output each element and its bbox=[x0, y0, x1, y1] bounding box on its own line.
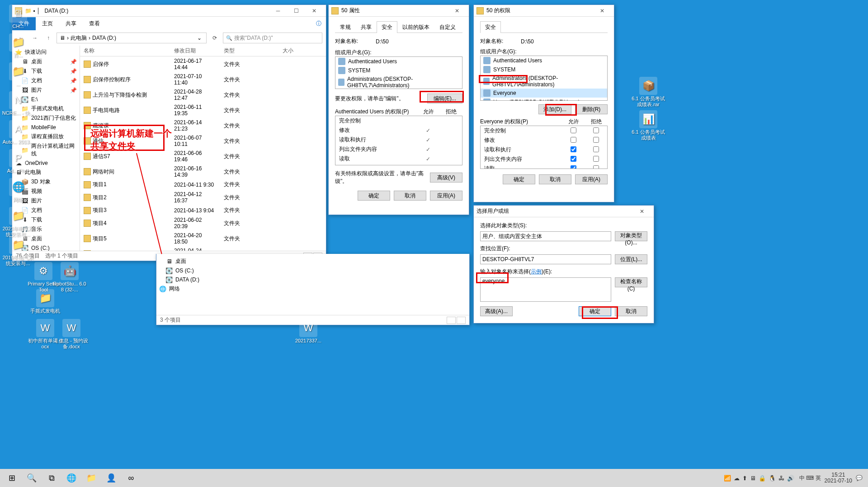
groups-listbox[interactable]: Authenticated UsersSYSTEMAdministrators … bbox=[335, 56, 462, 89]
up-button[interactable]: ↑ bbox=[43, 33, 54, 43]
file-row[interactable]: 项目12021-04-11 9:30文件夹 bbox=[80, 179, 326, 190]
desktop-icon[interactable]: W1 信息 - 预约设备.docx bbox=[54, 319, 89, 350]
taskbar-app-1[interactable]: 👤 bbox=[101, 469, 121, 487]
ime-indicator[interactable]: 中 ⌨ 英 bbox=[799, 474, 821, 482]
permission-row[interactable]: 列出文件夹内容 bbox=[481, 155, 607, 164]
minimize-button[interactable]: ─ bbox=[269, 5, 287, 16]
cancel-button[interactable]: 取消 bbox=[615, 306, 647, 316]
titlebar[interactable]: 📁 ▪ │ DATA (D:) ─ ☐ ✕ bbox=[12, 5, 326, 17]
list-item[interactable]: SYSTEM bbox=[481, 65, 607, 74]
desktop-icon[interactable]: 📁... bbox=[1, 62, 35, 87]
notification-button[interactable]: 💬 bbox=[856, 475, 863, 481]
permission-row[interactable]: 读取和执行 bbox=[481, 145, 607, 155]
permission-row[interactable]: 修改 bbox=[481, 136, 607, 145]
apply-button[interactable]: 应用(A) bbox=[575, 174, 608, 184]
sidebar-item[interactable]: 💽DATA (D:) bbox=[156, 275, 469, 284]
file-row[interactable]: 手电筒电路2021-06-11 19:35文件夹 bbox=[80, 103, 326, 118]
remove-button[interactable]: 删除(R) bbox=[575, 104, 608, 114]
tab[interactable]: 自定义 bbox=[434, 21, 461, 33]
taskbar-explorer[interactable]: 📁 bbox=[81, 469, 101, 487]
file-row[interactable]: 项目52021-04-20 18:50文件夹 bbox=[80, 231, 326, 246]
sidebar-item[interactable]: 🌐网络 bbox=[156, 284, 469, 294]
ok-button[interactable]: 确定 bbox=[358, 191, 390, 201]
tab[interactable]: 常规 bbox=[335, 21, 356, 33]
ok-button[interactable]: 确定 bbox=[503, 174, 535, 184]
apply-button[interactable]: 应用(A) bbox=[430, 191, 462, 201]
taskbar-edge[interactable]: 🌐 bbox=[61, 469, 81, 487]
advanced-button[interactable]: 高级(A)... bbox=[480, 306, 513, 316]
advanced-button[interactable]: 高级(V) bbox=[430, 173, 462, 183]
search-button[interactable]: 🔍 bbox=[22, 469, 42, 487]
desktop-icon[interactable]: AAuto... 2013... bbox=[1, 120, 35, 145]
list-item[interactable]: SYSTEM bbox=[335, 66, 462, 75]
file-row[interactable]: 启保停2021-06-17 14:44文件夹 bbox=[80, 56, 326, 72]
sidebar-item[interactable]: 🖥桌面 bbox=[156, 257, 469, 266]
file-row[interactable]: 项目32021-04-13 9:04文件夹 bbox=[80, 205, 326, 215]
help-icon[interactable]: ⓘ bbox=[311, 20, 326, 28]
desktop-icon[interactable]: W20217337... bbox=[291, 319, 326, 344]
groups-listbox[interactable]: Authenticated UsersSYSTEMAdministrators … bbox=[480, 56, 608, 101]
list-item[interactable]: Users (DESKTOP-GH8TVL7\Users) bbox=[481, 98, 607, 101]
taskbar-app-2[interactable]: ∞ bbox=[121, 469, 141, 487]
close-button[interactable]: ✕ bbox=[448, 5, 466, 16]
desktop-icon[interactable]: 🌐网络 bbox=[1, 178, 35, 203]
maximize-button[interactable]: ☐ bbox=[287, 5, 305, 16]
tab[interactable]: 共享 bbox=[356, 21, 377, 33]
file-row[interactable]: 疏浚课2021-06-14 21:23文件夹 bbox=[80, 118, 326, 133]
add-button[interactable]: 添加(D)... bbox=[538, 104, 571, 114]
check-names-button[interactable]: 检查名称(C) bbox=[615, 277, 647, 287]
ribbon-tab[interactable]: 主页 bbox=[36, 17, 59, 30]
task-view-button[interactable]: ⧉ bbox=[42, 469, 61, 487]
object-type-button[interactable]: 对象类型(O)... bbox=[615, 231, 647, 241]
file-row[interactable]: 项目22021-04-12 16:37文件夹 bbox=[80, 190, 326, 205]
clock[interactable]: 15:212021-07-10 bbox=[825, 472, 852, 484]
search-input[interactable]: 搜索"DATA (D:)" bbox=[223, 33, 322, 43]
tab[interactable]: 以前的版本 bbox=[397, 21, 434, 33]
close-button[interactable]: ✕ bbox=[633, 206, 651, 217]
list-item[interactable]: Authenticated Users bbox=[335, 57, 462, 66]
refresh-button[interactable]: ⟳ bbox=[209, 33, 220, 43]
tab[interactable]: 安全 bbox=[377, 21, 397, 33]
ribbon-tab[interactable]: 共享 bbox=[59, 17, 83, 30]
desktop-icon[interactable]: 📊6.1 公务员考试成绩表 bbox=[631, 110, 665, 141]
breadcrumb[interactable]: 🖥› 此电脑› DATA (D:) ⌄ bbox=[57, 33, 207, 43]
close-button[interactable]: ✕ bbox=[305, 5, 323, 16]
desktop-icon[interactable]: 📁百... bbox=[1, 33, 35, 58]
ok-button[interactable]: 确定 bbox=[579, 306, 611, 316]
list-item[interactable]: Administrators (DESKTOP-GH8TVL7\Administ… bbox=[481, 74, 607, 89]
column-headers[interactable]: 名称 修改日期 类型 大小 bbox=[80, 46, 326, 56]
ribbon-tab[interactable]: 查看 bbox=[83, 17, 106, 30]
start-button[interactable]: ⊞ bbox=[2, 469, 22, 487]
desktop-icon[interactable]: PAd... Ph... bbox=[1, 149, 35, 174]
desktop-icon[interactable]: 📁2021年电气系统安装与... bbox=[1, 207, 35, 238]
titlebar[interactable]: 50 属性 ✕ bbox=[329, 5, 469, 17]
file-row[interactable]: 启保停控制程序2021-07-10 11:40文件夹 bbox=[80, 72, 326, 87]
desktop-icon[interactable]: 📁手摇式发电机 bbox=[28, 289, 62, 314]
desktop-icon[interactable]: 🤖RobotStu... 6.08 (32-... bbox=[52, 262, 87, 293]
cancel-button[interactable]: 取消 bbox=[539, 174, 571, 184]
titlebar[interactable]: 选择用户或组 ✕ bbox=[474, 206, 654, 217]
object-name-input[interactable] bbox=[480, 277, 611, 302]
file-row[interactable]: 通信S72021-06-06 19:46文件夹 bbox=[80, 149, 326, 164]
edit-button[interactable]: 编辑(E)... bbox=[427, 94, 462, 103]
list-item[interactable]: Everyone bbox=[481, 89, 607, 98]
file-row[interactable]: 项目62021-04-24 14:31文件夹 bbox=[80, 246, 326, 251]
desktop-icon[interactable]: 📦6.1 公务员考试成绩表.rar bbox=[631, 77, 665, 108]
list-item[interactable]: Administrators (DESKTOP-GH8TVL7\Administ… bbox=[335, 75, 462, 89]
sidebar-item[interactable]: 💽OS (C:) bbox=[156, 266, 469, 275]
close-button[interactable]: ✕ bbox=[593, 5, 611, 16]
cancel-button[interactable]: 取消 bbox=[394, 191, 426, 201]
desktop-icon[interactable]: 🖥CH... bbox=[1, 5, 35, 29]
permission-row[interactable]: 完全控制 bbox=[481, 126, 607, 136]
list-item[interactable]: Authenticated Users bbox=[481, 56, 607, 65]
file-row[interactable]: 通信2021-06-07 10:11文件夹 bbox=[80, 133, 326, 149]
desktop-icon[interactable]: NNCRE... - 快... bbox=[1, 91, 35, 116]
permission-row[interactable]: 读取 bbox=[481, 164, 607, 169]
file-row[interactable]: 项目42021-06-02 20:39文件夹 bbox=[80, 215, 326, 231]
file-row[interactable]: 上升沿与下降指令检测2021-04-28 12:47文件夹 bbox=[80, 87, 326, 103]
file-row[interactable]: 网络时间2021-06-16 14:39文件夹 bbox=[80, 164, 326, 179]
example-link[interactable]: 示例 bbox=[531, 268, 542, 275]
tab-security[interactable]: 安全 bbox=[480, 21, 501, 33]
location-button[interactable]: 位置(L)... bbox=[615, 254, 647, 264]
titlebar[interactable]: 50 的权限 ✕ bbox=[474, 5, 614, 17]
